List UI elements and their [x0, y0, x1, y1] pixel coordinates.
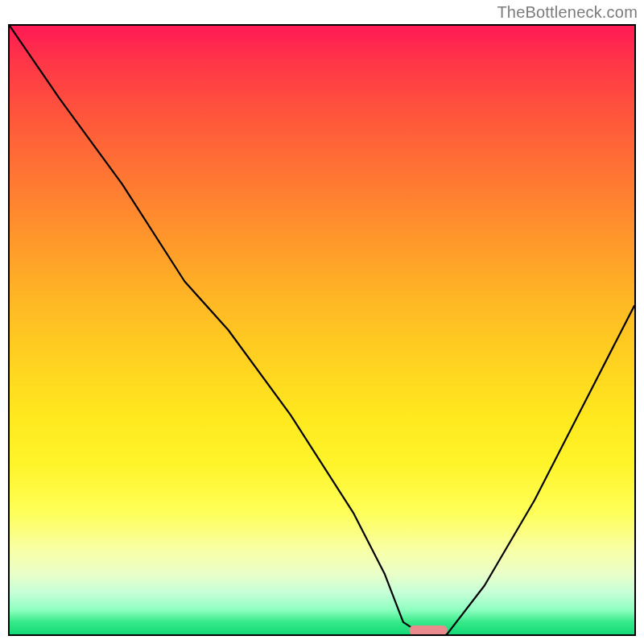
watermark-text: TheBottleneck.com	[497, 3, 638, 22]
bottleneck-curve-line	[10, 26, 634, 634]
bottleneck-chart: TheBottleneck.com	[0, 0, 644, 644]
curve-layer	[10, 26, 634, 634]
optimum-marker	[410, 625, 448, 634]
plot-area	[8, 24, 636, 636]
